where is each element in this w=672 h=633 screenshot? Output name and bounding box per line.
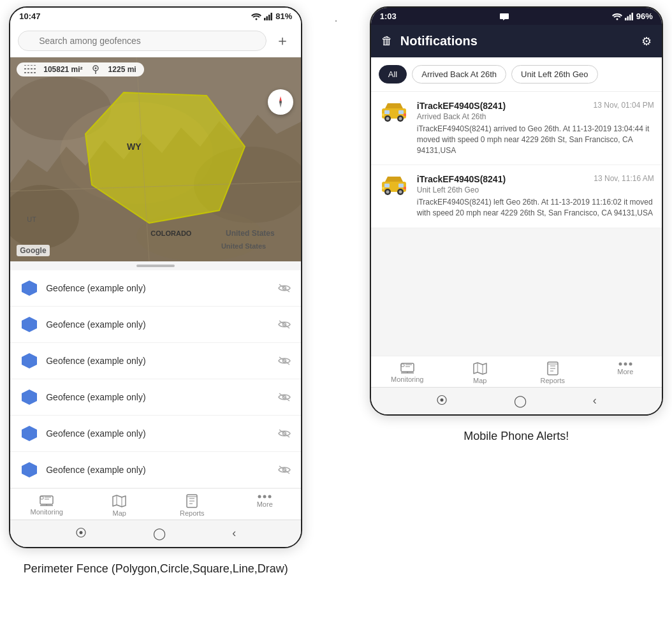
- nav-reports[interactable]: Reports: [156, 494, 228, 517]
- android-home-btn[interactable]: ◯: [153, 527, 166, 541]
- us-overlay: United States: [221, 242, 266, 250]
- notif-event: Unit Left 26th Geo: [417, 186, 654, 194]
- notif-content: iTrackEF4940S(8241) 13 Nov, 11:16 AM Uni…: [417, 174, 654, 219]
- geofence-polygon-icon: [20, 461, 38, 479]
- right-android-home-btn[interactable]: ◯: [514, 394, 527, 408]
- right-caption: Mobile Phone Alerts!: [464, 428, 569, 444]
- svg-point-75: [398, 191, 402, 194]
- search-input[interactable]: [18, 31, 267, 51]
- geofence-item[interactable]: Geofence (example only): [10, 379, 301, 416]
- notification-item[interactable]: iTrackEF4940S(8241) 13 Nov, 11:16 AM Uni…: [371, 165, 662, 228]
- right-nav-map[interactable]: Map: [444, 361, 516, 384]
- svg-point-91: [618, 362, 622, 365]
- wy-label: WY: [127, 142, 142, 152]
- settings-icon[interactable]: ⚙: [641, 34, 652, 48]
- right-status-icons: 96%: [612, 11, 653, 21]
- right-nav-more-label: More: [617, 368, 633, 375]
- notif-time: 13 Nov, 11:16 AM: [594, 174, 654, 183]
- geofence-item[interactable]: Geofence (example only): [10, 416, 301, 452]
- compass-button[interactable]: [268, 89, 293, 115]
- signal-icon: [264, 13, 273, 20]
- android-back-btn[interactable]: ‹: [232, 527, 236, 541]
- right-time: 1:03: [380, 11, 397, 21]
- svg-marker-33: [22, 426, 37, 441]
- right-android-recent-btn[interactable]: ⦿: [436, 394, 448, 408]
- separator: ·: [328, 6, 344, 34]
- svg-point-54: [268, 495, 272, 498]
- map-icon: [112, 494, 126, 508]
- notifications-list: iTrackEF4940S(8241) 13 Nov, 01:04 PM Arr…: [371, 92, 662, 228]
- scroll-bar: [136, 265, 175, 267]
- filter-tab-all[interactable]: All: [379, 65, 407, 84]
- svg-point-0: [256, 18, 258, 20]
- geofence-polygon-icon: [20, 316, 38, 333]
- geofence-label: Geofence (example only): [46, 392, 270, 402]
- filter-tab-arrived-back-at-26th[interactable]: Arrived Back At 26th: [412, 65, 506, 84]
- wifi-icon: [251, 13, 261, 20]
- android-recent-btn[interactable]: ⦿: [75, 527, 87, 541]
- colorado-overlay: COLORADO: [150, 229, 191, 237]
- right-nav-monitoring[interactable]: Monitoring: [371, 361, 444, 384]
- monitoring-icon: [39, 494, 54, 507]
- add-geofence-button[interactable]: ＋: [272, 30, 293, 52]
- chat-icon: [500, 13, 509, 20]
- right-android-back-btn[interactable]: ‹: [593, 394, 597, 408]
- svg-point-64: [386, 117, 389, 120]
- svg-rect-61: [384, 110, 390, 114]
- right-reports-icon: [546, 361, 560, 375]
- notification-item[interactable]: iTrackEF4940S(8241) 13 Nov, 01:04 PM Arr…: [371, 92, 662, 165]
- nav-map-label: Map: [113, 509, 126, 517]
- svg-point-19: [94, 68, 96, 69]
- reports-icon: [185, 494, 199, 508]
- geofence-item[interactable]: Geofence (example only): [10, 343, 301, 379]
- nav-reports-label: Reports: [180, 509, 205, 517]
- svg-rect-68: [404, 113, 406, 116]
- nav-map[interactable]: Map: [83, 494, 156, 517]
- nav-more-label: More: [257, 500, 273, 508]
- compass-icon: [274, 95, 288, 109]
- delete-icon[interactable]: 🗑: [381, 34, 393, 48]
- geofence-polygon-icon: [20, 352, 38, 370]
- eye-hidden-icon[interactable]: [278, 320, 291, 329]
- eye-hidden-icon[interactable]: [278, 465, 291, 474]
- svg-rect-2: [267, 16, 268, 20]
- android-nav-left: ⦿ ◯ ‹: [10, 520, 301, 547]
- svg-marker-30: [22, 389, 37, 405]
- eye-hidden-icon[interactable]: [278, 356, 291, 365]
- right-more-icon: [618, 361, 632, 367]
- svg-point-55: [616, 18, 618, 20]
- svg-rect-59: [631, 13, 633, 20]
- svg-rect-57: [627, 16, 629, 20]
- map-area[interactable]: WY COLORADO United States UT: [10, 57, 301, 261]
- svg-point-66: [398, 117, 402, 120]
- geofence-item[interactable]: Geofence (example only): [10, 307, 301, 343]
- search-bar: 🔍 ＋: [10, 25, 301, 57]
- eye-hidden-icon[interactable]: [278, 393, 291, 402]
- svg-rect-62: [398, 110, 404, 114]
- eye-hidden-icon[interactable]: [278, 284, 291, 293]
- right-signal-icon: [625, 13, 634, 20]
- right-phone-wrapper: 1:03 96% 🗑 Notifica: [370, 6, 663, 444]
- geofence-item[interactable]: Geofence (example only): [10, 452, 301, 488]
- eye-hidden-icon[interactable]: [278, 429, 291, 438]
- geofence-label: Geofence (example only): [46, 428, 270, 439]
- android-nav-right: ⦿ ◯ ‹: [371, 387, 662, 414]
- nav-more[interactable]: More: [228, 494, 301, 517]
- geofence-item[interactable]: Geofence (example only): [10, 270, 301, 307]
- svg-point-73: [386, 191, 389, 194]
- nav-monitoring[interactable]: Monitoring: [10, 494, 83, 517]
- svg-rect-67: [382, 113, 384, 116]
- left-status-bar: 10:47 81%: [10, 8, 301, 25]
- more-icon: [258, 494, 272, 499]
- svg-rect-3: [268, 15, 270, 20]
- right-nav-reports[interactable]: Reports: [516, 361, 589, 384]
- right-nav-map-label: Map: [473, 377, 486, 384]
- right-status-bar: 1:03 96%: [371, 8, 662, 25]
- notifications-header: 🗑 Notifications ⚙: [371, 25, 662, 57]
- right-battery: 96%: [636, 11, 653, 21]
- notif-top-row: iTrackEF4940S(8241) 13 Nov, 11:16 AM: [417, 174, 654, 184]
- geofence-polygon-icon: [20, 425, 38, 442]
- filter-tab-unit-left-26th-geo[interactable]: Unit Left 26th Geo: [511, 65, 598, 84]
- svg-marker-36: [22, 462, 37, 477]
- right-nav-more[interactable]: More: [589, 361, 662, 384]
